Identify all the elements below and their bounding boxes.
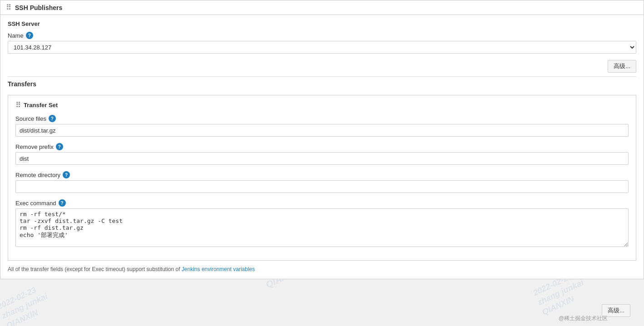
info-text-main: All of the transfer fields (except for E… <box>8 266 182 272</box>
transfer-set-header: ⠿ Transfer Set <box>15 101 629 109</box>
remove-prefix-group: Remove prefix ? <box>15 143 629 165</box>
remote-directory-input[interactable] <box>15 180 629 193</box>
remove-prefix-input[interactable] <box>15 152 629 165</box>
source-files-help-icon[interactable]: ? <box>49 115 56 122</box>
name-select[interactable]: 101.34.28.127 <box>8 41 636 54</box>
remote-directory-group: Remote directory ? <box>15 171 629 193</box>
source-files-input[interactable] <box>15 124 629 137</box>
source-files-group: Source files ? <box>15 115 629 137</box>
advanced-button-row: 高级... <box>8 60 636 73</box>
exec-command-help-icon[interactable]: ? <box>59 199 66 207</box>
name-help-icon[interactable]: ? <box>26 32 33 39</box>
name-label: Name <box>8 32 24 39</box>
name-label-row: Name ? <box>8 32 33 39</box>
transfer-set-label: Transfer Set <box>24 102 58 109</box>
ssh-publishers-section-header: ⠿ SSH Publishers <box>0 0 644 15</box>
source-files-label-row: Source files ? <box>15 115 56 122</box>
exec-command-group: Exec command ? rm -rf test/* tar -zxvf d… <box>15 199 629 248</box>
name-input-row: 101.34.28.127 <box>8 41 636 54</box>
watermark: 2022-02-23zhang junkaiQIANXIN <box>0 282 54 326</box>
advanced-button[interactable]: 高级... <box>608 60 636 73</box>
main-panel: SSH Server Name ? 101.34.28.127 高级... Tr… <box>0 15 644 279</box>
source-files-label: Source files <box>15 115 46 122</box>
drag-handle-icon[interactable]: ⠿ <box>6 3 11 12</box>
transfers-header: Transfers <box>8 76 636 91</box>
transfer-set-drag-handle[interactable]: ⠿ <box>15 101 21 109</box>
main-container: ⠿ SSH Publishers SSH Server Name ? 101.3… <box>0 0 644 279</box>
ssh-server-header: SSH Server <box>8 20 636 27</box>
jenkins-env-vars-link[interactable]: Jenkins environment variables <box>182 266 255 272</box>
exec-command-label-row: Exec command ? <box>15 199 66 207</box>
name-group: Name ? 101.34.28.127 <box>8 32 636 54</box>
remote-directory-help-icon[interactable]: ? <box>63 171 70 178</box>
remove-prefix-label-row: Remove prefix ? <box>15 143 63 150</box>
remote-directory-label-row: Remote directory ? <box>15 171 70 178</box>
remove-prefix-label: Remove prefix <box>15 143 54 150</box>
exec-command-textarea[interactable]: rm -rf test/* tar -zxvf dist.tar.gz -C t… <box>15 208 629 247</box>
info-text: All of the transfer fields (except for E… <box>8 265 636 273</box>
remote-directory-label: Remote directory <box>15 172 60 178</box>
ssh-publishers-label: SSH Publishers <box>15 4 62 11</box>
transfer-set-panel: ⠿ Transfer Set Source files ? Remove pre… <box>8 95 636 261</box>
credit-text: @稀土掘金技术社区 <box>559 315 608 322</box>
exec-command-label: Exec command <box>15 200 56 207</box>
remove-prefix-help-icon[interactable]: ? <box>56 143 63 150</box>
